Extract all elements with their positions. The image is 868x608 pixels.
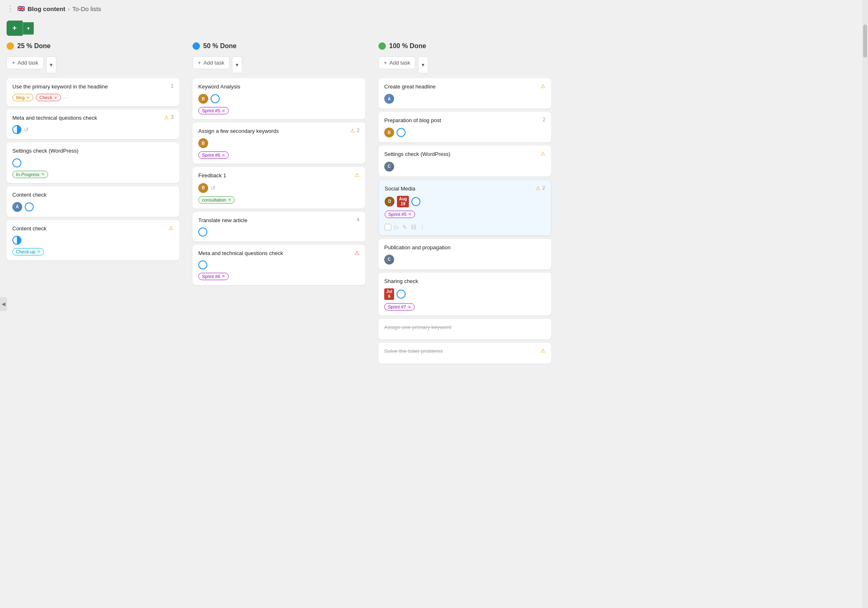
task-icons-12: B <box>384 128 545 137</box>
tags-row-6: Sprint #5 ✕ <box>198 107 360 114</box>
more-tags-icon[interactable]: ··· <box>63 95 67 100</box>
tags-row-10: Sprint #6 ✕ <box>198 273 360 280</box>
tag-sprint-5[interactable]: Sprint #5 ✕ <box>198 107 229 114</box>
task-badge-9: 4 <box>357 217 360 223</box>
edit-icon-14[interactable]: ✎ <box>402 224 407 230</box>
task-card-10[interactable]: Meta and technical questions check ⚠ Spr… <box>193 245 365 285</box>
task-card-14[interactable]: Social Media ⚠ 2 D Aug19 Sprint #5 ✕ ▷ ✎… <box>378 180 551 236</box>
task-card-15[interactable]: Publication and propagation C <box>378 239 551 269</box>
tag-sprint-6b[interactable]: Sprint #6 ✕ <box>198 273 229 280</box>
task-card-18[interactable]: Solve the toilet problems ⚠ <box>378 343 551 363</box>
task-card-2[interactable]: Meta and technical questions check ⚠ 3 ↺ <box>7 109 179 139</box>
add-task-button-1[interactable]: + Add task <box>7 56 44 69</box>
tag-sprint5b-x[interactable]: ✕ <box>408 212 411 216</box>
scrollbar-thumb[interactable] <box>863 25 867 58</box>
tag-sprint-5b[interactable]: Sprint #5 ✕ <box>385 211 415 218</box>
column-header-25: 25 % Done <box>7 41 179 51</box>
avatar-4a: A <box>12 202 22 212</box>
task-card-4[interactable]: Content check A <box>7 186 179 217</box>
tag-consultation-x[interactable]: ✕ <box>228 197 231 202</box>
tag-sprint-6a[interactable]: Sprint #6 ✕ <box>198 151 229 159</box>
task-card-13[interactable]: Settings check (WordPress) ⚠ C <box>378 146 551 176</box>
refresh-icon-8[interactable]: ↺ <box>211 185 216 191</box>
task-card-17[interactable]: Assign one primary keyword <box>378 319 551 339</box>
task-icons-10 <box>198 260 360 269</box>
add-main-button[interactable]: + <box>7 21 23 36</box>
task-icons-8: B ↺ <box>198 183 360 193</box>
task-icons-3 <box>12 158 174 167</box>
add-task-dropdown-1[interactable]: ▾ <box>46 56 56 73</box>
column-title-100: 100 % Done <box>389 42 426 50</box>
task-card-12[interactable]: Preparation of blog post 2 B <box>378 112 551 142</box>
warning-icon-red-10: ⚠ <box>355 250 360 256</box>
tag-sprint6b-x[interactable]: ✕ <box>222 274 225 278</box>
menu-dots-icon[interactable]: ⋮ <box>7 4 14 13</box>
progress-circle-3 <box>12 158 21 167</box>
breadcrumb-separator: › <box>68 5 70 12</box>
task-icons-11: A <box>384 94 545 104</box>
app-container: ⋮ 🇬🇧 Blog content › To-Do lists + ▾ 25 %… <box>0 0 868 608</box>
add-task-button-2[interactable]: + Add task <box>193 56 230 69</box>
tag-sprint-7[interactable]: Sprint #7 ✕ <box>384 303 415 311</box>
tag-checkup-x[interactable]: ✕ <box>37 249 40 254</box>
checkbox-icon-14[interactable] <box>385 224 391 230</box>
task-title-9: Translate new article <box>198 217 357 224</box>
progress-circle-9 <box>198 227 207 237</box>
task-title-5: Content check <box>12 225 169 232</box>
add-task-label-1: Add task <box>18 60 39 66</box>
tag-inprogress[interactable]: In-Progress ✕ <box>12 171 48 178</box>
task-title-2: Meta and technical questions check <box>12 114 164 122</box>
progress-circle-10 <box>198 260 207 269</box>
refresh-icon-2[interactable]: ↺ <box>24 126 29 133</box>
more-icon-14[interactable]: ⋮ <box>420 224 425 230</box>
task-card-11[interactable]: Create great headline ⚠ A <box>378 78 551 109</box>
task-card-3[interactable]: Settings check (WordPress) In-Progress ✕ <box>7 142 179 183</box>
task-badge-1: 1 <box>171 83 174 89</box>
task-icons-13: C <box>384 162 545 172</box>
tag-blog-x[interactable]: ✕ <box>26 95 30 100</box>
link-icon-14[interactable]: ⛓ <box>411 224 416 230</box>
tag-check[interactable]: Check ✕ <box>36 94 61 101</box>
tag-sprint6a-x[interactable]: ✕ <box>222 153 225 158</box>
add-task-plus-1: + <box>12 60 15 66</box>
date-badge-14: Aug19 <box>397 196 409 207</box>
tag-sprint5-x[interactable]: ✕ <box>222 109 225 113</box>
tags-row-1: blog ✕ Check ✕ ··· <box>12 94 174 101</box>
tag-blog[interactable]: blog ✕ <box>12 94 33 101</box>
task-header-13: Settings check (WordPress) ⚠ <box>384 151 545 158</box>
progress-circle-16 <box>397 290 406 299</box>
date-badge-16: Jul6 <box>384 288 394 300</box>
task-card-16[interactable]: Sharing check Jul6 Sprint #7 ✕ <box>378 273 551 316</box>
task-header-11: Create great headline ⚠ <box>384 83 545 91</box>
sidebar-toggle[interactable]: ◀ <box>0 297 7 311</box>
tags-row-5: Check-up ✕ <box>12 248 174 255</box>
progress-half-5 <box>12 236 21 245</box>
tag-checkup[interactable]: Check-up ✕ <box>12 248 44 255</box>
add-dropdown-button[interactable]: ▾ <box>23 22 34 35</box>
tag-consultation[interactable]: consultation ✕ <box>198 196 235 204</box>
play-icon-14[interactable]: ▷ <box>395 224 399 230</box>
tag-sprint7-x[interactable]: ✕ <box>408 305 411 309</box>
add-task-dropdown-3[interactable]: ▾ <box>418 56 428 73</box>
add-task-button-3[interactable]: + Add task <box>378 56 415 69</box>
task-card-5[interactable]: Content check ⚠ Check-up ✕ <box>7 220 179 260</box>
task-card-6[interactable]: Keyword Analysis B Sprint #5 ✕ <box>193 78 365 119</box>
task-card-1[interactable]: Use the primary keyword in the headline … <box>7 78 179 106</box>
tag-inprogress-x[interactable]: ✕ <box>41 172 44 176</box>
avatar-6a: B <box>198 94 208 104</box>
tag-check-x[interactable]: ✕ <box>54 95 57 100</box>
task-icons-6: B <box>198 94 360 104</box>
task-card-7[interactable]: Assign a few secondary keywords ⚠ 2 B Sp… <box>193 123 365 164</box>
add-task-label-2: Add task <box>204 60 225 66</box>
task-title-11: Create great headline <box>384 83 541 91</box>
task-card-8[interactable]: Feedback 1 ⚠ B ↺ consultation ✕ <box>193 167 365 208</box>
warning-icon-13: ⚠ <box>541 151 545 157</box>
scrollbar-track[interactable] <box>862 0 868 608</box>
add-task-dropdown-2[interactable]: ▾ <box>232 56 242 73</box>
task-header-8: Feedback 1 ⚠ <box>198 172 360 179</box>
column-100-done: 100 % Done + Add task ▾ Create great hea… <box>378 41 551 367</box>
task-header-4: Content check <box>12 191 174 199</box>
breadcrumb-main[interactable]: Blog content <box>28 5 65 12</box>
task-card-9[interactable]: Translate new article 4 <box>193 212 365 241</box>
column-50-done: 50 % Done + Add task ▾ Keyword Analysis … <box>193 41 365 367</box>
